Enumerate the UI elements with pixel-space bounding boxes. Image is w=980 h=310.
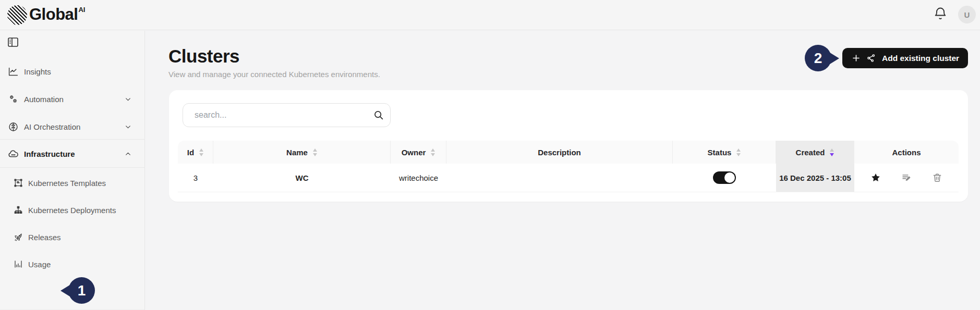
sidebar-item-label: Infrastructure bbox=[24, 150, 75, 158]
chevron-down-icon bbox=[125, 123, 131, 130]
cloud-icon bbox=[8, 148, 19, 159]
column-label: Created bbox=[796, 148, 825, 157]
add-existing-cluster-button[interactable]: Add existing cluster bbox=[842, 48, 968, 68]
column-header-created[interactable]: Created bbox=[776, 141, 854, 164]
column-header-id[interactable]: Id bbox=[178, 141, 213, 164]
sidebar-item-ai-orchestration[interactable]: AI Orchestration bbox=[0, 115, 145, 138]
annotation-arrow-right bbox=[826, 50, 839, 67]
cell-created: 16 Dec 2025 - 13:05 bbox=[776, 164, 854, 192]
annotation-step-2: 2 bbox=[805, 45, 839, 72]
globe-icon bbox=[7, 5, 27, 25]
top-bar: Global AI U bbox=[0, 0, 980, 30]
sidebar-item-label: Automation bbox=[24, 95, 64, 104]
sort-icon[interactable] bbox=[431, 148, 435, 156]
column-label: Id bbox=[187, 148, 194, 157]
sidebar-item-label: Releases bbox=[28, 233, 61, 242]
chevron-up-icon bbox=[125, 151, 131, 157]
add-existing-cluster-label: Add existing cluster bbox=[882, 54, 959, 63]
hierarchy-icon bbox=[14, 205, 23, 215]
sidebar-item-kubernetes-deployments[interactable]: Kubernetes Deployments bbox=[0, 199, 145, 221]
sidebar-collapse-icon[interactable] bbox=[7, 36, 19, 48]
cell-description bbox=[446, 164, 673, 192]
search-icon[interactable] bbox=[373, 109, 384, 121]
clusters-card: Id Name Owner Description Status bbox=[169, 90, 968, 202]
sidebar-item-insights[interactable]: Insights bbox=[0, 60, 145, 83]
annotation-number: 1 bbox=[68, 277, 95, 304]
sidebar-item-automation[interactable]: Automation bbox=[0, 88, 145, 110]
delete-trash-icon[interactable] bbox=[932, 172, 942, 183]
sidebar-item-infrastructure[interactable]: Infrastructure bbox=[0, 142, 145, 165]
column-header-status[interactable]: Status bbox=[673, 141, 776, 164]
sort-icon[interactable] bbox=[736, 148, 741, 156]
favorite-star-icon[interactable] bbox=[870, 172, 881, 183]
user-avatar[interactable]: U bbox=[958, 6, 976, 23]
annotation-step-1: 1 bbox=[61, 277, 95, 304]
sort-icon[interactable] bbox=[199, 148, 203, 156]
table-header-row: Id Name Owner Description Status bbox=[178, 141, 959, 164]
sidebar-item-label: Kubernetes Deployments bbox=[28, 206, 116, 215]
template-icon bbox=[14, 178, 23, 188]
table-row: 3 WC writechoice 16 Dec 2025 - 13:05 bbox=[178, 164, 959, 192]
sidebar-item-label: AI Orchestration bbox=[24, 122, 80, 131]
gears-icon bbox=[8, 94, 19, 105]
cell-name: WC bbox=[213, 164, 391, 192]
toggle-knob bbox=[724, 172, 735, 183]
cell-actions bbox=[854, 164, 959, 192]
column-header-actions: Actions bbox=[854, 141, 959, 164]
bar-chart-icon bbox=[14, 259, 23, 269]
column-label: Status bbox=[708, 148, 732, 157]
chart-line-icon bbox=[8, 66, 19, 77]
column-label: Description bbox=[538, 148, 581, 157]
column-label: Name bbox=[286, 148, 308, 157]
sidebar-divider bbox=[0, 167, 144, 168]
cell-owner: writechoice bbox=[391, 164, 446, 192]
sidebar-item-label: Usage bbox=[28, 260, 51, 269]
brand-suffix: AI bbox=[78, 6, 85, 14]
page-title: Clusters bbox=[168, 46, 239, 67]
plus-icon bbox=[851, 53, 861, 63]
cell-id: 3 bbox=[178, 164, 213, 192]
brain-icon bbox=[8, 121, 19, 132]
clusters-table: Id Name Owner Description Status bbox=[178, 141, 959, 192]
brand-logo[interactable]: Global AI bbox=[7, 4, 85, 25]
sort-icon-active[interactable] bbox=[830, 148, 834, 156]
share-network-icon bbox=[867, 54, 876, 63]
edit-icon[interactable] bbox=[901, 172, 912, 183]
sort-icon[interactable] bbox=[313, 148, 317, 156]
rocket-icon bbox=[14, 232, 23, 242]
column-header-description: Description bbox=[446, 141, 673, 164]
sidebar: Insights Automation AI Orchestratio bbox=[0, 31, 145, 310]
column-label: Actions bbox=[892, 148, 921, 157]
app-root: Global AI U Insights bbox=[0, 0, 980, 310]
sidebar-item-kubernetes-templates[interactable]: Kubernetes Templates bbox=[0, 171, 145, 194]
brand-name: Global bbox=[29, 4, 78, 25]
sidebar-item-label: Kubernetes Templates bbox=[28, 179, 106, 188]
sidebar-item-releases[interactable]: Releases bbox=[0, 226, 145, 249]
search-box bbox=[183, 103, 391, 127]
search-input[interactable] bbox=[183, 103, 391, 127]
page-subtitle: View and manage your connected Kubernete… bbox=[168, 70, 380, 79]
sidebar-divider bbox=[0, 139, 144, 140]
column-label: Owner bbox=[402, 148, 426, 157]
chevron-down-icon bbox=[125, 96, 131, 103]
column-header-name[interactable]: Name bbox=[213, 141, 391, 164]
sidebar-item-label: Insights bbox=[24, 67, 51, 76]
status-toggle[interactable] bbox=[713, 171, 736, 184]
column-header-owner[interactable]: Owner bbox=[391, 141, 446, 164]
sidebar-item-usage[interactable]: Usage bbox=[0, 253, 145, 276]
cell-status bbox=[673, 164, 776, 192]
notifications-bell-icon[interactable] bbox=[933, 6, 948, 21]
